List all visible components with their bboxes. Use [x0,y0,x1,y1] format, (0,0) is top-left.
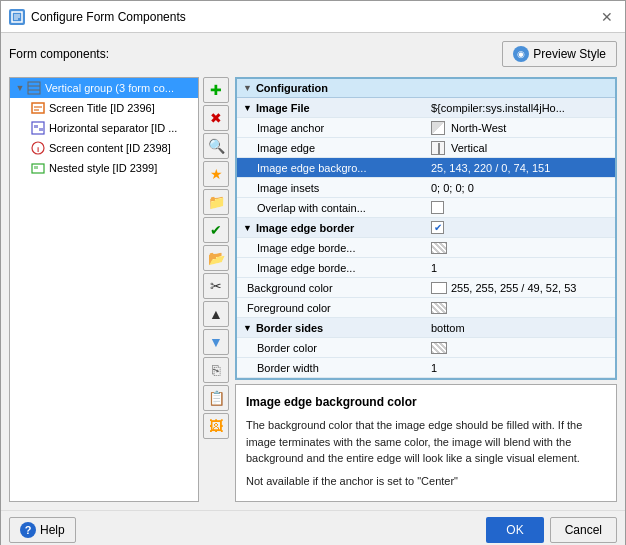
config-row-border-sides[interactable]: ▼ Border sides bottom [237,318,615,338]
row-label-text: Border sides [256,322,323,334]
config-row-border-width[interactable]: Border width 1 [237,358,615,378]
config-row-image-insets[interactable]: Image insets 0; 0; 0; 0 [237,178,615,198]
row-value [427,240,615,256]
remove-button[interactable]: ✖ [203,105,229,131]
config-header-label: Configuration [256,82,328,94]
configure-form-dialog: Configure Form Components ✕ Form compone… [0,0,626,545]
tree-item-nested-style[interactable]: Nested style [ID 2399] [10,158,198,178]
config-table: ▼ Image File ${compiler:sys.install4jHo.… [237,98,615,378]
description-box: Image edge background color The backgrou… [235,384,617,502]
svg-rect-12 [39,128,43,131]
row-value-text: 1 [431,362,437,374]
svg-rect-11 [34,125,38,128]
tree-item-label: Nested style [ID 2399] [49,162,157,174]
tree-item-vertical-group[interactable]: ▼ Vertical group (3 form co... [10,78,198,98]
config-row-bg-color[interactable]: Background color 255, 255, 255 / 49, 52,… [237,278,615,298]
vline-icon [431,141,445,155]
search-button[interactable]: 🔍 [203,133,229,159]
anchor-icon [431,121,445,135]
preview-style-button[interactable]: ◉ Preview Style [502,41,617,67]
down-button[interactable]: ▼ [203,329,229,355]
config-row-image-edge-border[interactable]: ▼ Image edge border ✔ [237,218,615,238]
top-row: Form components: ◉ Preview Style [9,41,617,67]
row-value-text: 1 [431,262,437,274]
config-row-image-anchor[interactable]: Image anchor North-West [237,118,615,138]
screen-title-icon [30,100,46,116]
expand-icon[interactable]: ▼ [14,82,26,94]
screen-content-icon: i [30,140,46,156]
up-button[interactable]: ▲ [203,301,229,327]
config-row-image-edge-borde2[interactable]: Image edge borde... 1 [237,258,615,278]
row-label: Image anchor [237,120,427,136]
checkbox-icon[interactable] [431,201,444,214]
dialog-title: Configure Form Components [31,10,597,24]
toolbar-buttons: ✚ ✖ 🔍 ★ 📁 ✔ 📂 ✂ ▲ ▼ ⎘ 📋 🖼 [203,77,229,502]
close-button[interactable]: ✕ [597,7,617,27]
check-button[interactable]: ✔ [203,217,229,243]
right-panel: ▼ Configuration ▼ Image File ${compiler:… [235,77,617,502]
tree-area[interactable]: ▼ Vertical group (3 form co... [9,77,199,502]
row-label-text: Image edge border [256,222,354,234]
main-content: Form components: ◉ Preview Style ▼ [1,33,625,510]
row-label: Border width [237,360,427,376]
scissors-button[interactable]: ✂ [203,273,229,299]
row-value-text: 25, 143, 220 / 0, 74, 151 [431,162,550,174]
title-bar: Configure Form Components ✕ [1,1,625,33]
row-value: Vertical [427,139,615,157]
row-value-text: 0; 0; 0; 0 [431,182,474,194]
row-label: Image insets [237,180,427,196]
folder-button[interactable]: 📁 [203,189,229,215]
middle-row: ▼ Vertical group (3 form co... [9,77,617,502]
row-value-text: ${compiler:sys.install4jHo... [431,102,565,114]
pattern-swatch [431,342,447,354]
row-value: 25, 143, 220 / 0, 74, 151 [427,160,615,176]
row-label: ▼ Image File [237,100,427,116]
row-value-text: Vertical [451,142,487,154]
config-row-fg-color[interactable]: Foreground color [237,298,615,318]
tree-item-horizontal-sep[interactable]: Horizontal separator [ID ... [10,118,198,138]
pattern-swatch [431,302,447,314]
svg-rect-7 [32,103,44,113]
config-row-image-edge[interactable]: Image edge Vertical [237,138,615,158]
form-components-label: Form components: [9,47,109,61]
row-label: Background color [237,280,427,296]
tree-item-screen-title[interactable]: Screen Title [ID 2396] [10,98,198,118]
config-row-image-edge-borde1[interactable]: Image edge borde... [237,238,615,258]
row-value: ${compiler:sys.install4jHo... [427,100,615,116]
row-label: ▼ Border sides [237,320,427,336]
tree-item-label: Horizontal separator [ID ... [49,122,177,134]
row-value-text: North-West [451,122,506,134]
help-icon: ? [20,522,36,538]
config-row-overlap[interactable]: Overlap with contain... [237,198,615,218]
paste-button[interactable]: 📋 [203,385,229,411]
star-button[interactable]: ★ [203,161,229,187]
checked-icon[interactable]: ✔ [431,221,444,234]
image-button[interactable]: 🖼 [203,413,229,439]
tree-item-label: Screen Title [ID 2396] [49,102,155,114]
row-value: ✔ [427,219,615,236]
preview-style-label: Preview Style [533,47,606,61]
tree-item-label: Screen content [ID 2398] [49,142,171,154]
bottom-bar: ? Help OK Cancel [1,510,625,545]
config-row-image-edge-bg[interactable]: Image edge backgro... 25, 143, 220 / 0, … [237,158,615,178]
row-value [427,199,615,216]
copy-button[interactable]: ⎘ [203,357,229,383]
row-value: 1 [427,360,615,376]
svg-rect-4 [28,82,40,94]
ok-button[interactable]: OK [486,517,543,543]
description-text2: Not available if the anchor is set to "C… [246,473,606,490]
blue-folder-button[interactable]: 📂 [203,245,229,271]
row-label: ▼ Image edge border [237,220,427,236]
config-row-border-color[interactable]: Border color [237,338,615,358]
help-label: Help [40,523,65,537]
help-button[interactable]: ? Help [9,517,76,543]
tree-item-label: Vertical group (3 form co... [45,82,174,94]
config-row-image-file[interactable]: ▼ Image File ${compiler:sys.install4jHo.… [237,98,615,118]
row-value: North-West [427,119,615,137]
row-value: bottom [427,320,615,336]
tree-item-screen-content[interactable]: i Screen content [ID 2398] [10,138,198,158]
cancel-button[interactable]: Cancel [550,517,617,543]
add-button[interactable]: ✚ [203,77,229,103]
svg-text:i: i [37,145,39,154]
row-label: Overlap with contain... [237,200,427,216]
